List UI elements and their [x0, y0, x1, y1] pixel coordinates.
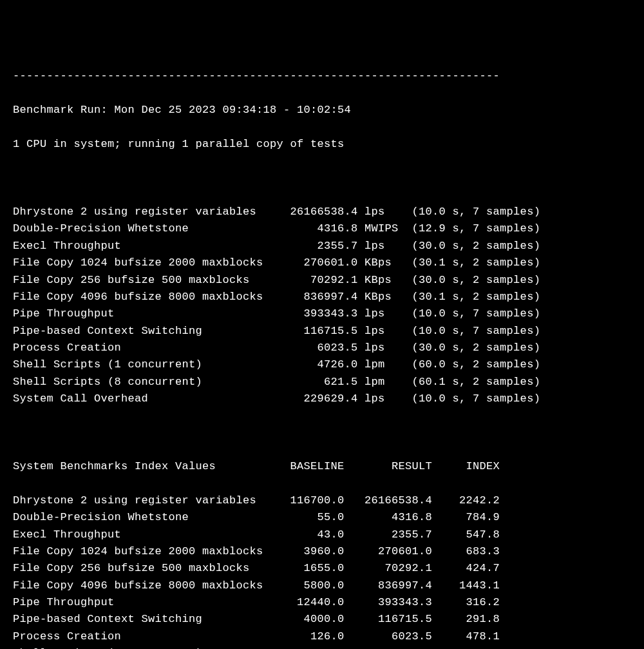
- index-row: Dhrystone 2 using register variables 116…: [13, 492, 631, 509]
- results-block: Dhrystone 2 using register variables 261…: [13, 204, 631, 407]
- index-row: Pipe-based Context Switching 4000.0 1167…: [13, 611, 631, 628]
- separator-top: ----------------------------------------…: [13, 68, 631, 84]
- cpu-info: 1 CPU in system; running 1 parallel copy…: [13, 136, 631, 153]
- result-row: System Call Overhead 229629.4 lps (10.0 …: [13, 391, 631, 407]
- result-row: File Copy 1024 bufsize 2000 maxblocks 27…: [13, 255, 631, 271]
- blank-line: [13, 425, 631, 441]
- result-row: File Copy 4096 bufsize 8000 maxblocks 83…: [13, 289, 631, 305]
- index-row: File Copy 256 bufsize 500 maxblocks 1655…: [13, 560, 631, 577]
- run-header: Benchmark Run: Mon Dec 25 2023 09:34:18 …: [13, 102, 631, 119]
- blank-line: [13, 170, 631, 186]
- index-row: File Copy 4096 bufsize 8000 maxblocks 58…: [13, 577, 631, 594]
- result-row: Pipe Throughput 393343.3 lps (10.0 s, 7 …: [13, 305, 631, 322]
- index-row: Double-Precision Whetstone 55.0 4316.8 7…: [13, 509, 631, 526]
- index-row: Pipe Throughput 12440.0 393343.3 316.2: [13, 594, 631, 611]
- index-row: Execl Throughput 43.0 2355.7 547.8: [13, 527, 631, 543]
- result-row: Shell Scripts (1 concurrent) 4726.0 lpm …: [13, 356, 631, 373]
- index-row: Process Creation 126.0 6023.5 478.1: [13, 628, 631, 645]
- result-row: Shell Scripts (8 concurrent) 621.5 lpm (…: [13, 374, 631, 391]
- index-header: System Benchmarks Index Values BASELINE …: [13, 458, 631, 475]
- result-row: Double-Precision Whetstone 4316.8 MWIPS …: [13, 220, 631, 237]
- result-row: File Copy 256 bufsize 500 maxblocks 7029…: [13, 272, 631, 289]
- index-block: Dhrystone 2 using register variables 116…: [13, 492, 631, 649]
- index-row: File Copy 1024 bufsize 2000 maxblocks 39…: [13, 543, 631, 560]
- result-row: Process Creation 6023.5 lps (30.0 s, 2 s…: [13, 340, 631, 356]
- result-row: Execl Throughput 2355.7 lps (30.0 s, 2 s…: [13, 238, 631, 255]
- result-row: Dhrystone 2 using register variables 261…: [13, 204, 631, 220]
- result-row: Pipe-based Context Switching 116715.5 lp…: [13, 323, 631, 340]
- index-row: Shell Scripts (1 concurrent) 42.4 4726.0…: [13, 645, 631, 649]
